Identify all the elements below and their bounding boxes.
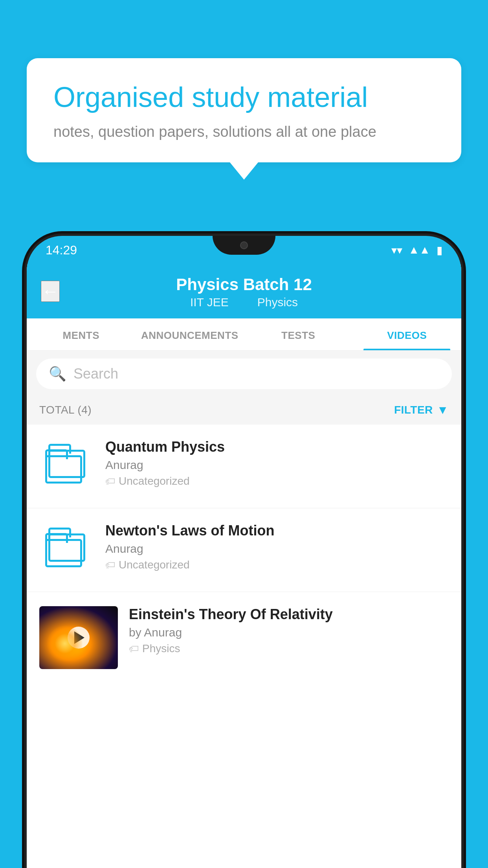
search-placeholder: Search	[73, 366, 118, 382]
status-bar: 14:29 ▾▾ ▲▲ ▮	[27, 236, 461, 264]
speech-bubble-card: Organised study material notes, question…	[27, 58, 461, 180]
folder-icon	[45, 447, 88, 486]
tag-label: Uncategorized	[119, 475, 190, 487]
tag-icon: 🏷	[105, 475, 116, 487]
search-bar[interactable]: 🔍 Search	[36, 359, 452, 389]
header-subtitle-separator	[241, 296, 248, 309]
total-count-label: TOTAL (4)	[39, 404, 92, 416]
list-item[interactable]: Quantum Physics Anurag 🏷 Uncategorized	[27, 425, 461, 508]
tab-ments[interactable]: MENTS	[27, 318, 136, 350]
folder-icon	[45, 530, 88, 570]
header-title: Physics Batch 12	[176, 275, 312, 294]
status-icons: ▾▾ ▲▲ ▮	[391, 244, 442, 257]
video-thumb-newton	[39, 522, 94, 577]
video-author: Anurag	[105, 542, 449, 555]
video-thumb-quantum	[39, 439, 94, 494]
app-header: ← Physics Batch 12 IIT JEE Physics	[27, 264, 461, 318]
back-button[interactable]: ←	[41, 281, 60, 302]
tag-icon: 🏷	[129, 643, 139, 655]
video-thumb-einstein	[39, 606, 118, 669]
status-time: 14:29	[46, 243, 77, 257]
list-item[interactable]: Einstein's Theory Of Relativity by Anura…	[27, 592, 461, 683]
speech-bubble-subtitle: notes, question papers, solutions all at…	[53, 123, 435, 140]
video-info-einstein: Einstein's Theory Of Relativity by Anura…	[129, 606, 449, 655]
tab-videos[interactable]: VIDEOS	[353, 318, 462, 350]
tab-announcements[interactable]: ANNOUNCEMENTS	[136, 318, 244, 350]
phone-frame-outer: 14:29 ▾▾ ▲▲ ▮ ← Physics Batch 12 IIT JEE…	[27, 236, 461, 868]
video-list: Quantum Physics Anurag 🏷 Uncategorized	[27, 425, 461, 683]
battery-icon: ▮	[437, 244, 442, 257]
video-title: Quantum Physics	[105, 439, 449, 455]
signal-icon: ▲▲	[409, 244, 430, 256]
tab-tests[interactable]: TESTS	[244, 318, 353, 350]
phone-frame: 14:29 ▾▾ ▲▲ ▮ ← Physics Batch 12 IIT JEE…	[27, 236, 461, 868]
search-icon: 🔍	[49, 366, 66, 382]
wifi-icon: ▾▾	[391, 244, 402, 257]
speech-bubble-title: Organised study material	[53, 80, 435, 114]
video-info-newton: Newton's Laws of Motion Anurag 🏷 Uncateg…	[105, 522, 449, 571]
header-subtitle-iitjee: IIT JEE	[190, 296, 229, 309]
filter-label: FILTER	[394, 404, 433, 416]
phone-notch	[213, 236, 275, 255]
front-camera	[240, 241, 248, 249]
tab-bar: MENTS ANNOUNCEMENTS TESTS VIDEOS	[27, 318, 461, 351]
search-bar-wrapper: 🔍 Search	[27, 351, 461, 397]
filter-funnel-icon: ▼	[437, 403, 449, 417]
tag-icon: 🏷	[105, 559, 116, 571]
video-author: Anurag	[105, 458, 449, 472]
video-title: Newton's Laws of Motion	[105, 522, 449, 539]
filter-bar: TOTAL (4) FILTER ▼	[27, 397, 461, 425]
speech-bubble-tail	[230, 162, 258, 180]
header-subtitle-physics: Physics	[257, 296, 298, 309]
video-tag: 🏷 Uncategorized	[105, 475, 449, 487]
video-author: by Anurag	[129, 626, 449, 639]
tag-label: Physics	[142, 642, 180, 655]
phone-screen: ← Physics Batch 12 IIT JEE Physics MENTS…	[27, 264, 461, 868]
list-item[interactable]: Newton's Laws of Motion Anurag 🏷 Uncateg…	[27, 508, 461, 592]
filter-button[interactable]: FILTER ▼	[394, 403, 449, 417]
header-subtitle: IIT JEE Physics	[185, 296, 303, 309]
video-info-quantum: Quantum Physics Anurag 🏷 Uncategorized	[105, 439, 449, 487]
video-title: Einstein's Theory Of Relativity	[129, 606, 449, 623]
video-tag: 🏷 Physics	[129, 642, 449, 655]
video-tag: 🏷 Uncategorized	[105, 559, 449, 571]
tag-label: Uncategorized	[119, 559, 190, 571]
video-thumbnail-image	[39, 606, 118, 669]
